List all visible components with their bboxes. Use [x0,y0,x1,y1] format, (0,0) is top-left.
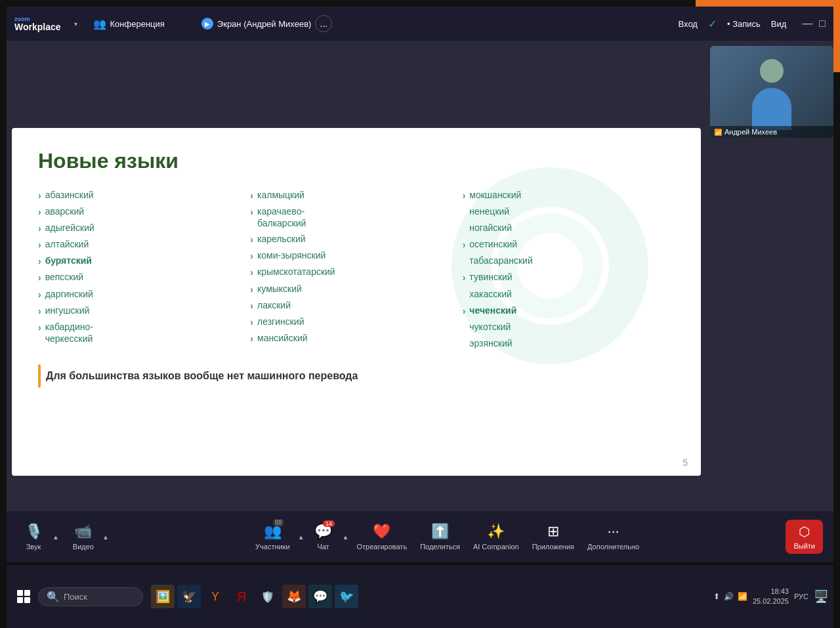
minimize-button[interactable]: — [802,18,812,30]
taskbar-app-2[interactable]: 🦅 [177,585,201,608]
list-item: ›аварский [38,205,250,218]
chat-button[interactable]: 💬 14 Чат [307,519,340,555]
apps-button[interactable]: ⊞ Приложения [527,519,579,555]
start-button[interactable] [12,585,35,608]
toolbar-left: 🎙️ Звук ▲ 📹 Видео ▲ [17,519,109,555]
sound-chevron-icon[interactable]: ▲ [52,534,59,541]
participant-name: Андрей Михеев [724,128,777,136]
taskbar-search[interactable]: 🔍 Поиск [38,587,143,606]
slide-col-3: ›мокшанский ›ненецкий ›ногайский ›осетин… [463,189,675,354]
person-body [752,88,791,130]
exit-button[interactable]: ⬡ Выйти [786,520,823,554]
more-options-button[interactable]: ... [315,15,332,32]
person-silhouette [749,59,795,125]
video-label: Видео [73,543,94,551]
list-item: ›чеченский [463,304,675,317]
participants-icon: 👥 88 [264,523,282,540]
list-item: ›ненецкий [463,205,675,218]
zoom-logo: zoom Workplace [14,16,61,31]
list-item: ›коми-зырянский [250,249,462,262]
conference-section: 👥 Конференция [93,18,165,30]
slide-col-1: ›абазинский ›аварский ›адыгейский ›алтай… [38,189,250,354]
slide-page-number: 5 [682,457,688,468]
window-controls: — □ [802,18,826,30]
participants-chevron-icon[interactable]: ▲ [298,534,304,541]
tray-icon-3: 📶 [738,592,747,601]
react-button[interactable]: ❤️ Отреагировать [351,519,412,555]
list-item: ›алтайский [38,238,250,251]
search-icon: 🔍 [47,591,60,603]
zoom-toolbar: 🎙️ Звук ▲ 📹 Видео ▲ 👥 88 Участники [7,511,833,562]
more-icon: ··· [607,523,619,540]
list-item: ›эрзянский [463,337,675,350]
toolbar-center: 👥 88 Участники ▲ 💬 14 Чат ▲ ❤️ Отреагиро… [250,519,644,555]
clock-date: 25.02.2025 [753,597,789,606]
screen-share-icon: ▶ [201,18,213,30]
taskbar-right: ⬆ 🔊 📶 18:43 25.02.2025 РУС 🖥️ [713,587,828,607]
video-button[interactable]: 📹 Видео [67,519,100,555]
maximize-button[interactable]: □ [819,18,826,30]
security-check-icon: ✓ [708,18,717,30]
taskbar-app-5[interactable]: 🛡️ [256,585,280,608]
slide-area: Новые языки ›абазинский ›аварский ›адыге… [7,41,706,562]
apps-icon: ⊞ [547,523,559,540]
list-item: ›кумыкский [250,283,462,295]
video-icon: 📹 [74,523,92,540]
view-label[interactable]: Вид [771,19,787,29]
tray-icon-1: ⬆ [713,592,720,601]
tray-icon-2: 🔊 [724,592,734,601]
list-item: ›мокшанский [463,189,675,201]
more-button[interactable]: ··· Дополнительно [582,519,644,555]
win-square-2 [24,590,30,596]
participant-name-bar: 📶 Андрей Михеев [710,126,833,138]
taskbar-app-7[interactable]: 💬 [308,585,332,608]
participants-button[interactable]: 👥 88 Участники [250,519,295,555]
search-placeholder: Поиск [64,592,87,602]
chevron-down-icon[interactable]: ▾ [74,20,77,28]
taskbar-app-1[interactable]: 🖼️ [151,585,175,608]
taskbar-app-4[interactable]: Я [230,585,253,608]
list-item: ›тувинский [463,271,675,283]
chat-chevron-icon[interactable]: ▲ [343,534,349,541]
participants-label: Участники [255,543,290,551]
list-item: ›крымскотатарский [250,266,462,278]
screen-share-label: Экран (Андрей Михеев) [217,19,312,29]
taskbar-app-6[interactable]: 🦊 [282,585,306,608]
list-item: ›даргинский [38,288,250,301]
list-item: ›лезгинский [250,316,462,328]
slide-footer-text: Для большинства языков вообще нет машинн… [46,370,358,382]
list-item: ›хакасский [463,288,675,301]
screen-share-section: ▶ Экран (Андрей Михеев) ... [201,15,333,32]
share-button[interactable]: ⬆️ Поделиться [415,519,465,555]
header-right: Вход ✓ • Запись Вид — □ [679,18,826,30]
slide-title: Новые языки [38,149,675,173]
participant-panel: 📶 Андрей Михеев [706,41,837,562]
list-item: ›табасаранский [463,255,675,267]
list-item: ›ингушский [38,304,250,317]
ai-label: AI Companion [473,543,519,551]
signal-icon: 📶 [714,129,722,136]
more-label: Дополнительно [587,543,639,551]
slide-container: Новые языки ›абазинский ›аварский ›адыге… [12,128,701,476]
list-item: ›карачаево-балкарский [250,205,462,229]
list-item: ›осетинский [463,238,675,251]
record-label[interactable]: • Запись [727,19,761,29]
taskbar-app-3[interactable]: Y [203,585,227,608]
react-icon: ❤️ [373,523,390,540]
list-item: ›лакский [250,299,462,312]
participant-video: 📶 Андрей Михеев [710,46,833,138]
ai-icon: ✨ [487,523,505,540]
list-item: ›бурятский [38,255,250,267]
taskbar-app-8[interactable]: 🐦 [335,585,358,608]
ai-companion-button[interactable]: ✨ AI Companion [468,519,524,555]
chat-icon: 💬 14 [314,523,332,540]
sys-clock: 18:43 25.02.2025 [753,587,789,607]
participants-count: 88 [273,519,284,526]
notification-icon[interactable]: 🖥️ [814,589,828,604]
list-item: ›вепсский [38,271,250,283]
zoom-workplace-label: Workplace [14,22,61,31]
video-chevron-icon[interactable]: ▲ [102,534,109,541]
sound-button[interactable]: 🎙️ Звук [17,519,50,555]
share-icon: ⬆️ [431,523,449,540]
person-head [760,59,784,83]
